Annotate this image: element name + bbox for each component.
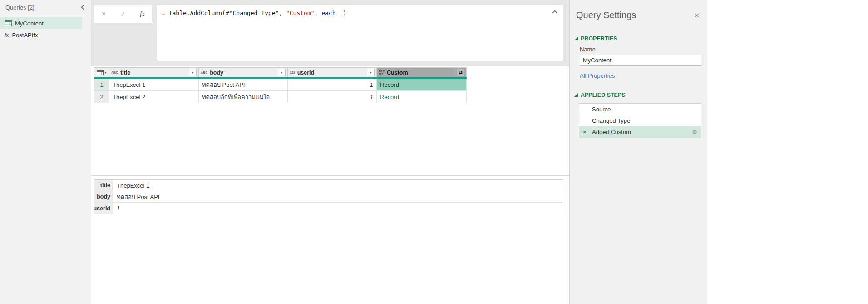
cell-custom-record[interactable]: Record	[377, 79, 467, 91]
fx-icon	[5, 31, 9, 39]
expand-column-icon[interactable]	[457, 69, 464, 76]
step-label: Changed Type	[592, 117, 630, 124]
record-preview-pane: title ThepExcel 1 body ทดสอบ Post API us…	[94, 179, 563, 214]
queries-pane-header: Queries [2]	[5, 0, 85, 15]
record-field-value: ทดสอบ Post API	[113, 191, 563, 202]
any-type-icon: ABC 123	[379, 70, 385, 75]
cell-custom-record[interactable]: Record	[377, 91, 467, 103]
query-item-label: MyContent	[15, 20, 44, 27]
column-name: body	[210, 70, 223, 76]
table-row: 1 ThepExcel 1 ทดสอบ Post API 1 Record	[94, 79, 467, 91]
triangle-expanded-icon	[574, 37, 578, 40]
formula-token: ,	[315, 10, 322, 16]
chevron-left-icon[interactable]	[81, 5, 86, 10]
row-number[interactable]: 1	[94, 79, 109, 91]
cell-title[interactable]: ThepExcel 2	[109, 91, 199, 103]
applied-steps-section-header[interactable]: APPLIED STEPS	[574, 92, 626, 98]
queries-pane-title: Queries [2]	[5, 4, 35, 11]
applied-steps-header-label: APPLIED STEPS	[581, 92, 626, 98]
formula-token-string: "Custom"	[286, 10, 315, 16]
close-icon[interactable]	[694, 11, 699, 20]
filter-dropdown-icon[interactable]	[189, 69, 197, 76]
text-type-icon: ABC	[111, 71, 118, 74]
column-header-custom[interactable]: ABC 123 Custom	[377, 68, 467, 77]
column-header-userid[interactable]: 123 userid	[288, 68, 377, 77]
query-settings-panel: Query Settings PROPERTIES Name All Prope…	[569, 0, 707, 304]
any-type-icon-bottom: 123	[379, 73, 385, 75]
filter-dropdown-icon[interactable]	[367, 69, 375, 76]
cell-body[interactable]: ทดสอบอีกทีเพื่อความแน่ใจ	[199, 91, 288, 103]
formula-bar-buttons	[94, 5, 152, 23]
step-label: Added Custom	[592, 129, 631, 135]
chevron-up-icon[interactable]	[552, 10, 557, 15]
grid-header-row: ABC title ABC body 123 userid	[94, 68, 467, 79]
query-item-mycontent[interactable]: MyContent	[0, 17, 82, 29]
column-name: Custom	[387, 70, 408, 76]
query-list: MyContent PostAPIfx	[0, 17, 91, 41]
query-item-label: PostAPIfx	[12, 32, 38, 39]
properties-section-header[interactable]: PROPERTIES	[574, 35, 617, 42]
query-settings-title: Query Settings	[576, 10, 636, 20]
formula-token: _)	[336, 10, 346, 16]
cell-userid[interactable]: 1	[288, 91, 377, 103]
editor-main: = Table.AddColumn(#"Changed Type", "Cust…	[91, 0, 569, 304]
column-header-body[interactable]: ABC body	[199, 68, 288, 77]
table-icon	[5, 20, 12, 26]
cell-title[interactable]: ThepExcel 1	[109, 79, 199, 91]
text-type-icon: ABC	[201, 71, 207, 74]
formula-text: = Table.AddColumn(#"Changed Type", "Cust…	[162, 10, 346, 16]
record-field-value: ThepExcel 1	[113, 180, 563, 191]
horizontal-splitter[interactable]	[91, 175, 569, 176]
cancel-formula-button[interactable]	[102, 10, 106, 19]
table-menu-button[interactable]	[94, 68, 109, 77]
record-field-value: 1	[113, 203, 563, 214]
column-header-title[interactable]: ABC title	[109, 68, 199, 77]
cell-body[interactable]: ทดสอบ Post API	[199, 79, 288, 91]
record-field-name: title	[94, 180, 113, 191]
name-label: Name	[580, 46, 596, 53]
column-name: userid	[297, 70, 315, 76]
accept-formula-button[interactable]	[120, 10, 126, 18]
record-field-row: userid 1	[94, 203, 563, 214]
record-field-row: body ทดสอบ Post API	[94, 191, 563, 203]
record-field-name: body	[94, 191, 113, 202]
formula-token-keyword: each	[321, 10, 335, 16]
properties-header-label: PROPERTIES	[581, 35, 617, 42]
cell-userid[interactable]: 1	[288, 79, 377, 91]
query-name-input[interactable]	[580, 55, 701, 66]
step-label: Source	[592, 106, 611, 113]
step-added-custom[interactable]: Added Custom	[579, 126, 701, 138]
applied-steps-list: Source Changed Type Added Custom	[579, 103, 701, 138]
triangle-expanded-icon	[574, 93, 578, 97]
record-field-name: userid	[94, 203, 113, 214]
queries-pane: Queries [2] MyContent PostAPIfx	[0, 0, 91, 304]
step-changed-type[interactable]: Changed Type	[579, 115, 701, 126]
fx-icon[interactable]	[140, 10, 144, 18]
table-grid-icon	[97, 70, 104, 75]
formula-input[interactable]: = Table.AddColumn(#"Changed Type", "Cust…	[157, 5, 563, 61]
power-query-editor: Queries [2] MyContent PostAPIfx = Table.…	[0, 0, 868, 304]
data-preview-grid: ABC title ABC body 123 userid	[94, 67, 467, 103]
table-row: 2 ThepExcel 2 ทดสอบอีกทีเพื่อความแน่ใจ 1…	[94, 91, 467, 103]
column-name: title	[120, 70, 130, 76]
record-field-row: title ThepExcel 1	[94, 180, 563, 191]
all-properties-link[interactable]: All Properties	[580, 72, 615, 79]
number-type-icon: 123	[290, 71, 295, 74]
row-number[interactable]: 2	[94, 91, 109, 103]
query-item-postapifx[interactable]: PostAPIfx	[0, 29, 82, 41]
gear-icon[interactable]	[692, 129, 697, 135]
step-source[interactable]: Source	[579, 104, 701, 115]
formula-token: = Table.AddColumn(#"Changed Type",	[162, 10, 286, 16]
delete-step-icon[interactable]	[583, 129, 592, 135]
dropdown-arrow-icon	[104, 71, 107, 74]
filter-dropdown-icon[interactable]	[278, 69, 286, 76]
